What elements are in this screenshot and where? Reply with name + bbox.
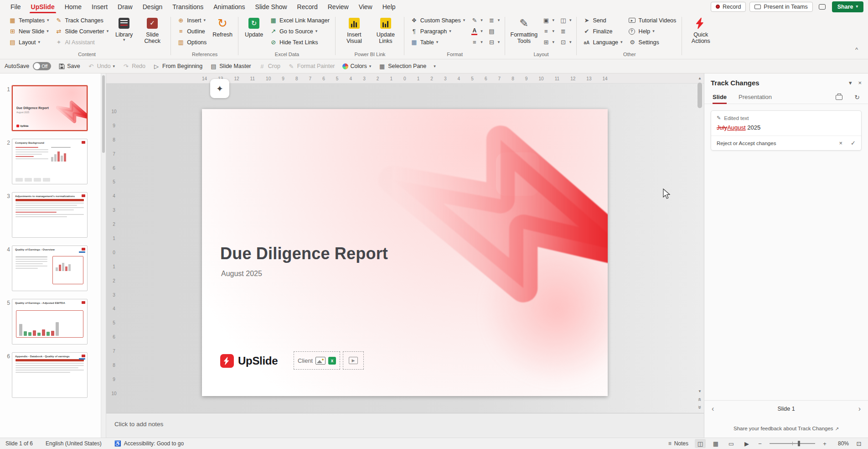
paragraph-button[interactable]: ¶Paragraph▾ (408, 26, 467, 37)
resize-button[interactable]: ⊡▾ (558, 37, 574, 47)
library-button[interactable]: Library▾ (112, 15, 136, 42)
present-in-teams-button[interactable]: Present in Teams (749, 2, 812, 12)
record-button[interactable]: Record (711, 2, 746, 12)
align-objects-button[interactable]: ≡▾ (540, 26, 556, 37)
grid-button[interactable]: ⊞▾ (540, 37, 556, 47)
font-color-button[interactable]: xA▾ (469, 26, 485, 37)
outline-button[interactable]: ≡Outline (175, 26, 209, 37)
send-button[interactable]: ➤Send (580, 15, 625, 26)
crop-button[interactable]: #Crop (255, 61, 284, 72)
thumbnail-4[interactable]: Quality of Earnings - Overview (12, 245, 88, 291)
zoom-level[interactable]: 80% (832, 440, 849, 447)
guides-button[interactable]: ≣ (558, 26, 574, 37)
slide-canvas[interactable]: Due Diligence Report August 2025 UpSlide… (202, 109, 608, 396)
refresh-panel-icon[interactable]: ↻ (854, 94, 860, 100)
notes-placeholder[interactable]: Click to add notes (114, 421, 163, 428)
go-to-source-button[interactable]: ↗Go to Source▾ (267, 26, 332, 37)
menu-tab-transitions[interactable]: Transitions (167, 0, 208, 13)
reading-view-button[interactable]: ▭ (726, 439, 737, 448)
content-placeholder-box[interactable]: ▶ (343, 351, 364, 370)
menu-tab-draw[interactable]: Draw (113, 0, 138, 13)
language-button[interactable]: aALanguage▾ (580, 37, 625, 47)
help-button[interactable]: ?Help▾ (626, 26, 679, 37)
menu-tab-review[interactable]: Review (323, 0, 354, 13)
scrollbar-thumb[interactable] (102, 75, 105, 153)
normal-view-button[interactable]: ◫ (695, 439, 706, 448)
fit-to-window-button[interactable]: ⊡ (853, 439, 864, 448)
excel-link-manager-button[interactable]: ▦Excel Link Manager (267, 15, 332, 26)
slide-master-button[interactable]: ▤Slide Master (207, 61, 254, 72)
design-ideas-button[interactable]: ✦ (210, 79, 229, 98)
menu-tab-view[interactable]: View (354, 0, 377, 13)
colors-button[interactable]: Colors▾ (339, 61, 375, 72)
thumbnail-1[interactable]: Due Diligence Report August 2025 UpSlide (12, 85, 88, 131)
excel-link-icon[interactable]: x (328, 357, 336, 365)
thumbnail-5[interactable]: Quality of Earnings - Adjusted EBITDA (12, 299, 88, 345)
client-logo-box[interactable]: Client logo x (294, 351, 340, 370)
scrollbar-thumb[interactable] (698, 83, 702, 108)
slide-title[interactable]: Due Diligence Report (220, 244, 388, 263)
slide-check-button[interactable]: ✓ Slide Check (137, 15, 167, 45)
text-align-button[interactable]: ≡▾ (469, 37, 485, 47)
accept-change-button[interactable]: ✓ (851, 140, 856, 146)
update-links-button[interactable]: Update Links (371, 15, 401, 45)
insert-visual-button[interactable]: Insert Visual (339, 15, 369, 45)
slide-sorter-view-button[interactable]: ▦ (710, 439, 721, 448)
zoom-slider[interactable] (770, 443, 815, 444)
print-icon[interactable] (836, 95, 842, 100)
hide-text-links-button[interactable]: ⊘Hide Text Links (267, 37, 332, 47)
close-panel-icon[interactable]: × (858, 79, 862, 86)
collapse-ribbon-button[interactable]: ^ (852, 46, 862, 54)
menu-tab-insert[interactable]: Insert (87, 0, 113, 13)
menu-tab-design[interactable]: Design (138, 0, 168, 13)
reject-change-button[interactable]: × (839, 140, 843, 146)
insert-picture-icon[interactable] (315, 357, 326, 365)
new-slide-button[interactable]: ⊞New Slide▾ (6, 26, 52, 37)
formatting-tools-button[interactable]: ✎ Formatting Tools (509, 15, 539, 45)
ai-assistant-button[interactable]: ✦AI Assistant (53, 37, 111, 47)
thumbnail-2[interactable]: Company Background (12, 139, 88, 184)
thumbnail-3[interactable]: Adjustments to management's normalizatio… (12, 192, 88, 238)
slide-converter-button[interactable]: ⇄Slide Converter▾ (53, 26, 111, 37)
bullet-list-button[interactable]: ≣▾ (486, 15, 502, 26)
next-slide-nav-button[interactable]: › (858, 405, 861, 413)
selection-pane-button[interactable]: ▦Selection Pane (375, 61, 429, 72)
settings-button[interactable]: ⚙Settings (626, 37, 679, 47)
update-button[interactable]: ↻ Update (242, 15, 266, 38)
tutorial-videos-button[interactable]: ▶Tutorial Videos (626, 15, 679, 26)
share-button[interactable]: Share ▾ (832, 1, 863, 12)
tab-slide[interactable]: Slide (713, 90, 727, 104)
client-logo-placeholder[interactable]: Client logo x ▶ (294, 351, 364, 370)
customize-toolbar-button[interactable]: ▾ (430, 61, 439, 72)
menu-tab-file[interactable]: File (5, 0, 26, 13)
options-button[interactable]: ▥Options (175, 37, 209, 47)
refresh-button[interactable]: ↻ Refresh (210, 15, 235, 38)
slideshow-view-button[interactable]: ▶ (741, 439, 752, 448)
line-spacing-button[interactable]: ▤ (486, 26, 502, 37)
thumbnail-6[interactable]: Appendix - Databook - Quality of earning… (12, 352, 88, 398)
menu-tab-slideshow[interactable]: Slide Show (250, 0, 292, 13)
zoom-slider-thumb[interactable] (798, 441, 800, 446)
menu-tab-record[interactable]: Record (292, 0, 323, 13)
menu-tab-home[interactable]: Home (60, 0, 87, 13)
notes-pane[interactable]: Click to add notes (106, 413, 704, 438)
shape-style-button[interactable]: ✎▾ (469, 15, 485, 26)
menu-tab-animations[interactable]: Animations (208, 0, 250, 13)
custom-shapes-button[interactable]: ❖Custom Shapes▾ (408, 15, 467, 26)
vertical-scrollbar[interactable]: ▲ ▼ « » (697, 74, 703, 410)
columns-layout-button[interactable]: ◫▾ (558, 15, 574, 26)
previous-slide-button[interactable]: « (697, 397, 703, 403)
menu-tab-help[interactable]: Help (377, 0, 401, 13)
accessibility-status[interactable]: ♿Accessibility: Good to go (113, 440, 186, 447)
scroll-down-button[interactable]: ▼ (697, 387, 703, 395)
track-changes-button[interactable]: ✎Track Changes (53, 15, 111, 26)
insert-reference-button[interactable]: ⊕Insert▾ (175, 15, 209, 26)
zoom-out-button[interactable]: − (757, 440, 763, 447)
table-button[interactable]: ▦Table▾ (408, 37, 467, 47)
menu-tab-upslide[interactable]: UpSlide (26, 0, 60, 13)
autosave-toggle[interactable]: Off (33, 62, 51, 70)
next-slide-button[interactable]: » (697, 404, 703, 411)
format-painter-button[interactable]: ✎Format Painter (284, 61, 338, 72)
comments-button[interactable] (816, 2, 828, 12)
redo-button[interactable]: ↷Redo (119, 61, 149, 72)
